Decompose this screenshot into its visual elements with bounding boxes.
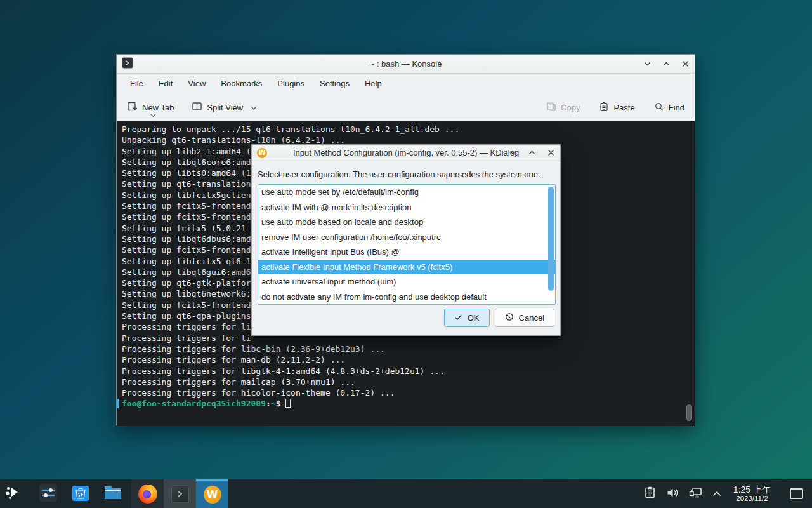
minimize-icon[interactable]: [643, 60, 652, 68]
split-view-button[interactable]: Split View: [192, 101, 257, 114]
cancel-button[interactable]: Cancel: [495, 309, 554, 327]
paste-icon: [599, 102, 609, 114]
dialog-titlebar[interactable]: W Input Method Configuration (im-config,…: [252, 145, 560, 161]
new-tab-label: New Tab: [142, 103, 174, 112]
menubar: FileEditViewBookmarksPluginsSettingsHelp: [117, 74, 695, 93]
terminal-cursor: [285, 399, 291, 408]
im-option-list[interactable]: use auto mode set by /etc/default/im-con…: [258, 184, 556, 305]
menu-settings[interactable]: Settings: [320, 79, 350, 88]
close-icon[interactable]: [681, 60, 690, 68]
search-icon: [654, 102, 664, 114]
tray-expander-chevron-icon[interactable]: [712, 488, 722, 500]
maximize-icon[interactable]: [662, 60, 671, 68]
terminal-line: Processing triggers for man-db (2.11.2-2…: [122, 354, 695, 365]
system-tray: 1:25 上午 2023/11/2: [643, 485, 812, 503]
split-view-icon: [192, 101, 202, 114]
im-option-6[interactable]: activate universal input method (uim): [258, 274, 555, 290]
input-method-dialog: W Input Method Configuration (im-config,…: [251, 144, 561, 336]
ok-button[interactable]: OK: [444, 309, 490, 327]
volume-tray-icon[interactable]: [665, 486, 679, 502]
dolphin-file-manager-button[interactable]: [102, 479, 124, 508]
system-settings-button[interactable]: [37, 479, 59, 508]
terminal-line: Processing triggers for mailcap (3.70+nm…: [122, 377, 695, 387]
copy-button: Copy: [546, 102, 580, 114]
menu-bookmarks[interactable]: Bookmarks: [221, 79, 262, 88]
menu-file[interactable]: File: [130, 79, 143, 88]
im-option-0[interactable]: use auto mode set by /etc/default/im-con…: [258, 185, 555, 200]
find-button[interactable]: Find: [654, 102, 684, 114]
digital-clock[interactable]: 1:25 上午 2023/11/2: [733, 485, 771, 503]
split-view-label: Split View: [207, 103, 243, 112]
app-launcher-button[interactable]: [0, 479, 27, 508]
menu-help[interactable]: Help: [365, 79, 382, 88]
im-config-taskbar-icon: W: [204, 486, 221, 504]
folder-icon: [103, 483, 123, 505]
task-manager: W: [131, 479, 228, 508]
dialog-minimize-icon[interactable]: [509, 149, 517, 157]
prompt-path: ~: [271, 399, 276, 408]
copy-label: Copy: [561, 103, 580, 112]
prompt-user-host: foo@foo-standardpcq35ich92009: [122, 399, 266, 408]
terminal-prompt: foo@foo-standardpcq35ich92009:~$: [122, 398, 695, 409]
terminal-line: Processing triggers for libgtk-4-1:amd64…: [122, 366, 695, 377]
menu-edit[interactable]: Edit: [159, 79, 173, 88]
check-icon: [454, 313, 462, 323]
menu-view[interactable]: View: [188, 79, 206, 88]
konsole-taskbar-icon: [171, 485, 189, 503]
ok-label: OK: [468, 313, 480, 323]
cancel-label: Cancel: [519, 313, 544, 323]
copy-icon: [546, 102, 556, 114]
clipboard-tray-icon[interactable]: [643, 486, 657, 502]
im-option-7[interactable]: do not activate any IM from im-config an…: [258, 290, 555, 305]
new-tab-icon: [127, 101, 138, 114]
dialog-message: Select user configuration. The user conf…: [258, 170, 554, 179]
firefox-icon: [138, 485, 157, 504]
im-option-1[interactable]: activate IM with @-mark in its descripti…: [258, 200, 555, 215]
im-option-4[interactable]: activate Intelligent Input Bus (IBus) @: [258, 244, 555, 260]
paste-label: Paste: [613, 103, 634, 112]
show-desktop-button[interactable]: [790, 488, 803, 499]
toolbar: New Tab Split View Copy Paste Find: [117, 93, 695, 121]
window-title: ~ : bash — Konsole: [117, 59, 695, 69]
task-konsole[interactable]: [164, 479, 196, 508]
menu-plugins[interactable]: Plugins: [277, 79, 304, 88]
terminal-line: Processing triggers for hicolor-icon-the…: [122, 387, 695, 398]
desktop: { "colors": { "accent": "#3daee9", "sele…: [0, 0, 812, 508]
clock-time: 1:25 上午: [733, 485, 771, 495]
cancel-icon: [505, 312, 514, 323]
settings-sliders-icon: [39, 483, 58, 505]
discover-bag-icon: [71, 483, 90, 505]
paste-button[interactable]: Paste: [599, 102, 634, 114]
konsole-titlebar[interactable]: ~ : bash — Konsole: [117, 55, 695, 74]
new-tab-chevron-icon[interactable]: [150, 110, 156, 119]
split-view-chevron-icon[interactable]: [251, 103, 257, 112]
task-kdialog[interactable]: W: [196, 479, 228, 508]
list-scrollbar-thumb[interactable]: [548, 187, 554, 291]
im-option-3[interactable]: remove IM user configuration /home/foo/.…: [258, 230, 555, 245]
discover-button[interactable]: [70, 479, 91, 508]
find-label: Find: [669, 103, 684, 112]
dialog-close-icon[interactable]: [547, 149, 555, 157]
dialog-maximize-icon[interactable]: [528, 149, 536, 157]
network-tray-icon[interactable]: [688, 486, 703, 502]
new-tab-button[interactable]: New Tab: [127, 101, 174, 114]
kde-launcher-icon: [4, 484, 22, 504]
taskbar: W 1:25 上午 2023/11/2: [0, 479, 812, 508]
prompt-colon: :: [266, 399, 271, 408]
im-option-5[interactable]: activate Flexible Input Method Framework…: [258, 260, 555, 275]
task-firefox[interactable]: [131, 479, 164, 508]
clock-date: 2023/11/2: [733, 495, 771, 503]
im-option-2[interactable]: use auto mode based on locale and deskto…: [258, 215, 555, 230]
terminal-line: Preparing to unpack .../15-qt6-translati…: [122, 124, 695, 135]
prompt-dollar: $: [276, 399, 281, 408]
terminal-line: Processing triggers for libc-bin (2.36-9…: [122, 344, 695, 354]
